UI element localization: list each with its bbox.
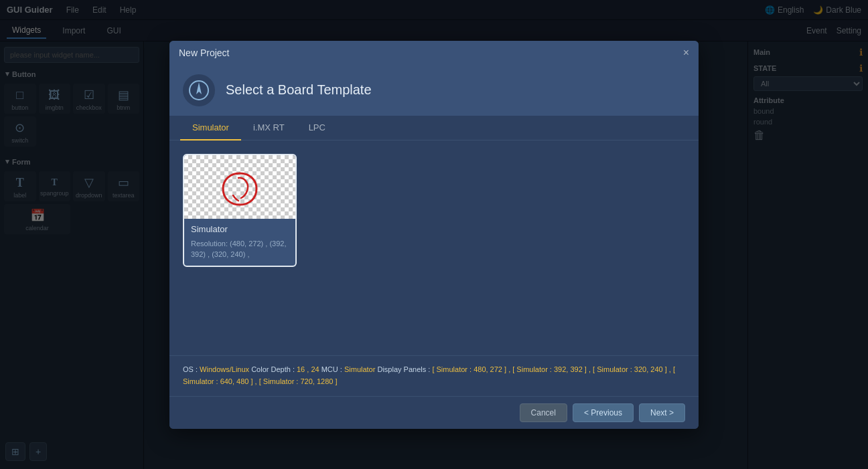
dialog-tabs: Simulator i.MX RT LPC (169, 116, 699, 140)
dialog-info: OS : Windows/Linux Color Depth : 16 , 24… (169, 355, 699, 395)
tab-lpc[interactable]: LPC (297, 116, 338, 140)
board-card-body: Simulator Resolution: (480, 272) , (392,… (184, 219, 295, 266)
svg-marker-1 (196, 82, 202, 94)
board-card-desc: Resolution: (480, 272) , (392, 392) , (3… (191, 238, 289, 260)
previous-button[interactable]: < Previous (573, 403, 634, 422)
tab-simulator[interactable]: Simulator (180, 116, 241, 140)
simulator-preview-svg (213, 163, 267, 210)
board-card-name: Simulator (191, 224, 289, 234)
next-button[interactable]: Next > (639, 403, 685, 422)
dialog-header: New Project × (169, 41, 699, 65)
dialog-banner-title: Select a Board Template (226, 82, 372, 98)
new-project-dialog: New Project × Select a Board Template Si… (169, 41, 699, 429)
navigation-icon (188, 80, 210, 101)
tab-imxrt[interactable]: i.MX RT (241, 116, 297, 140)
modal-overlay: New Project × Select a Board Template Si… (0, 0, 868, 469)
board-card-simulator[interactable]: Simulator Resolution: (480, 272) , (392,… (183, 154, 297, 267)
dialog-title: New Project (179, 48, 229, 58)
dialog-body: Simulator Resolution: (480, 272) , (392,… (169, 140, 699, 356)
cancel-button[interactable]: Cancel (520, 403, 567, 422)
board-card-image (184, 155, 295, 219)
dialog-close-button[interactable]: × (683, 48, 689, 58)
dialog-banner: Select a Board Template (169, 65, 699, 116)
dialog-actions: Cancel < Previous Next > (169, 396, 699, 429)
banner-icon (183, 74, 215, 106)
